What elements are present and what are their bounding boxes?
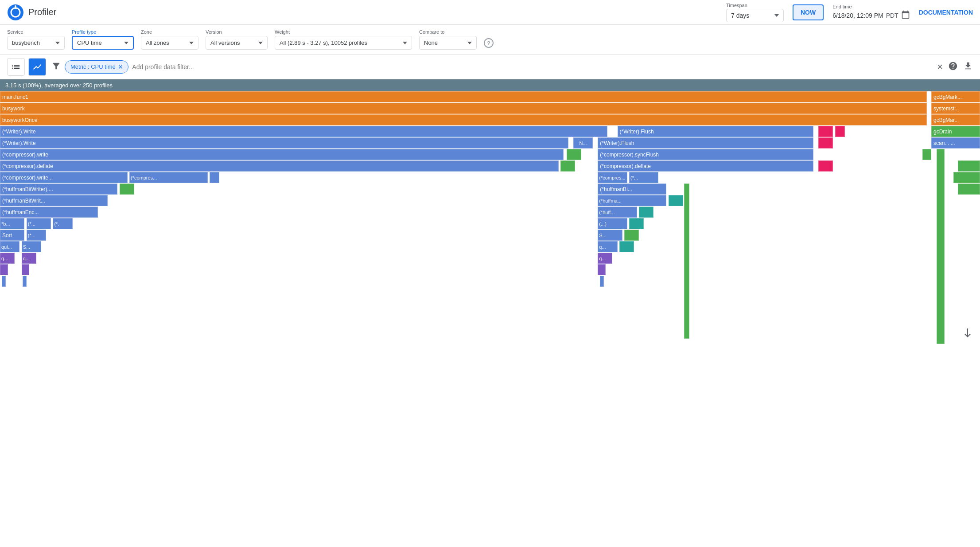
flame-green-tall1[interactable] [937, 149, 945, 344]
flame-chart[interactable]: main.func1 gcBgMark... busywork systemst… [0, 91, 980, 344]
flame-cell[interactable]: (*compressor).write [0, 149, 564, 160]
version-dropdown-group: Version All versions [206, 29, 268, 50]
flame-cell-r2[interactable] [598, 264, 606, 275]
service-chevron [55, 42, 60, 44]
flame-cell-qui[interactable]: qui... [0, 241, 19, 252]
profile-type-dropdown-group: Profile type CPU time [72, 29, 134, 50]
flame-cell-mid9[interactable]: (...) [598, 218, 627, 229]
flame-cell-b[interactable]: *b... [0, 218, 24, 229]
flame-cell-pink2[interactable] [835, 126, 845, 137]
flame-cell-sub2[interactable] [210, 172, 219, 183]
flame-cell-green1[interactable] [567, 149, 581, 160]
flame-cell-sm3[interactable] [2, 276, 6, 287]
version-label: Version [206, 29, 268, 35]
flame-cell-mid8[interactable]: (*huff... [598, 207, 637, 218]
flame-cell-sm1[interactable] [0, 264, 8, 275]
flame-cell-sort[interactable]: Sort [0, 230, 24, 241]
weight-label: Weight [275, 29, 412, 35]
compare-chevron [467, 42, 472, 44]
flame-cell-green3[interactable] [560, 160, 575, 172]
calendar-icon[interactable] [901, 10, 910, 20]
profile-type-select[interactable]: CPU time [72, 36, 134, 50]
flame-cell[interactable]: (*huffmanBitWrit... [0, 195, 108, 206]
endtime-label: End time [832, 4, 910, 9]
flame-cell[interactable]: (*huffmanBitWriter).... [0, 184, 117, 195]
flame-cell-mid11[interactable]: q... [598, 241, 617, 252]
service-select[interactable]: busybench [7, 36, 65, 50]
app-title: Profiler [28, 7, 56, 17]
flame-cell-mid10[interactable]: S... [598, 230, 622, 241]
flame-cell-pink[interactable] [818, 126, 833, 137]
weight-select[interactable]: All (2.89 s - 3.27 s), 10052 profiles [275, 36, 412, 50]
chip-close-icon[interactable]: × [118, 63, 123, 71]
flame-cell-teal4[interactable] [619, 241, 634, 252]
flame-cell-right5[interactable] [953, 172, 980, 183]
filter-icon[interactable] [51, 61, 61, 72]
flame-cell-teal2[interactable] [639, 207, 653, 218]
flame-cell-mid5[interactable]: (*compres... [598, 172, 627, 183]
flame-cell-q1[interactable]: q... [0, 253, 15, 264]
metric-filter-chip[interactable]: Metric : CPU time × [65, 60, 128, 74]
flame-cell-pink3[interactable] [818, 137, 833, 148]
flame-cell-r1[interactable]: q... [598, 253, 612, 264]
compare-dropdown-group: Compare to None [419, 29, 477, 50]
flame-cell-q2[interactable]: q... [22, 253, 36, 264]
flame-cell-mid7[interactable]: (*huffma... [598, 195, 666, 206]
flame-cell[interactable]: (*compressor).write... [0, 172, 128, 183]
flame-cell[interactable]: busyworkOnce [0, 114, 927, 125]
flame-cell-green2[interactable] [922, 149, 931, 160]
flame-cell-par3[interactable]: (*... [27, 230, 46, 241]
flame-cell-green5[interactable] [624, 230, 639, 241]
flame-cell-mid4[interactable]: (*compressor).deflate [598, 160, 813, 172]
flame-cell-green4[interactable] [120, 184, 134, 195]
flame-cell-mid[interactable]: (*Writer).Flush [618, 126, 813, 137]
flame-cell-mid2[interactable]: (*Writer).Flush [598, 137, 813, 148]
timespan-select[interactable]: 7 days [726, 9, 784, 22]
flame-cell-teal3[interactable] [629, 218, 644, 229]
flame-cell-sm4[interactable] [23, 276, 27, 287]
flame-cell-mid3[interactable]: (*compressor).syncFlush [598, 149, 813, 160]
compare-help-icon[interactable]: ? [484, 38, 494, 48]
flame-cell-sm2[interactable] [22, 264, 30, 275]
flame-cell-par2[interactable]: (*. [53, 218, 72, 229]
chart-view-button[interactable] [28, 58, 46, 76]
flame-green-tall2[interactable] [684, 184, 689, 339]
flame-cell-right2[interactable]: gcDrain [931, 126, 980, 137]
filter-download-icon[interactable] [963, 61, 973, 72]
flame-cell-right3[interactable]: scan... ... [931, 137, 980, 148]
flame-cell-right6[interactable] [958, 184, 980, 195]
now-button[interactable]: NOW [793, 4, 824, 20]
compare-label: Compare to [419, 29, 477, 35]
flame-cell[interactable]: (*compressor).deflate [0, 160, 559, 172]
flame-cell-n[interactable]: N... [573, 137, 593, 148]
scroll-down-icon[interactable] [962, 328, 973, 340]
version-select[interactable]: All versions [206, 36, 268, 50]
flame-cell-s[interactable]: S... [22, 241, 41, 252]
flame-cell-mid5b[interactable]: (*... [629, 172, 658, 183]
flame-cell-right[interactable]: gcBgMark... [931, 91, 980, 102]
list-view-button[interactable] [7, 58, 25, 76]
documentation-link[interactable]: DOCUMENTATION [919, 9, 973, 16]
flame-cell-right4[interactable] [958, 160, 980, 172]
flame-cell[interactable]: (*Writer).Write [0, 137, 568, 148]
flame-cell[interactable]: busywork [0, 103, 927, 114]
flame-cell[interactable]: (*huffmanEnc... [0, 207, 98, 218]
flame-cell[interactable]: main.func1 [0, 91, 927, 102]
flame-cell-mid6[interactable]: (*huffmanBi... [598, 184, 666, 195]
flame-cell-teal1[interactable] [669, 195, 683, 206]
filter-clear-button[interactable]: × [937, 62, 943, 72]
timespan-chevron [774, 14, 779, 17]
flame-cell-right[interactable]: systemst... [931, 103, 980, 114]
compare-select[interactable]: None [419, 36, 477, 50]
flame-cell-par1[interactable]: (*... [27, 218, 51, 229]
filter-input[interactable] [132, 63, 531, 70]
filter-help-icon[interactable] [948, 61, 958, 72]
flame-cell-sub1[interactable]: (*compres... [129, 172, 208, 183]
flame-graph-container: 3.15 s (100%), averaged over 250 profile… [0, 79, 980, 344]
version-chevron [258, 42, 263, 44]
flame-cell[interactable]: (*Writer).Write [0, 126, 607, 137]
flame-cell-r3[interactable] [600, 276, 604, 287]
zone-select[interactable]: All zones [141, 36, 198, 50]
flame-cell-right[interactable]: gcBgMar... [931, 114, 980, 125]
flame-cell-pink4[interactable] [818, 160, 833, 172]
